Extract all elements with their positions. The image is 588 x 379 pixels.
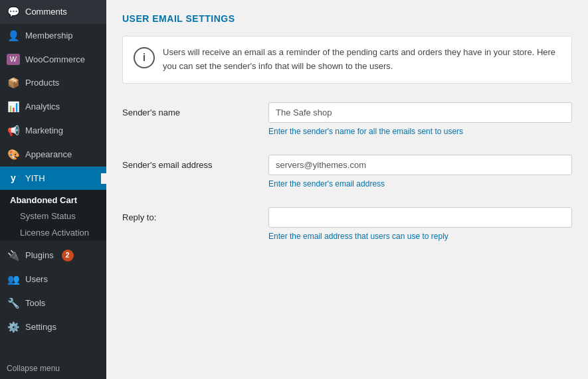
sidebar-item-label: Marketing [25,125,63,136]
sidebar-item-label: Users [25,274,48,285]
sender-name-label: Sender's name [122,102,255,117]
sidebar-item-products[interactable]: 📦 Products [0,71,106,95]
reply-to-hint: Enter the email address that users can u… [268,232,572,241]
sidebar-item-woocommerce[interactable]: W WooCommerce [0,48,106,71]
plugins-badge: 2 [62,250,74,262]
sidebar-item-marketing[interactable]: 📢 Marketing [0,119,106,143]
page-title: USER EMAIL SETTINGS [122,13,572,24]
sidebar-item-label: WooCommerce [25,54,85,65]
form-row-sender-name: Sender's name Enter the sender's name fo… [122,102,572,136]
sidebar-sub-section: Abandoned Cart System Status License Act… [0,190,106,241]
form-section: Sender's name Enter the sender's name fo… [122,102,572,241]
plugins-icon: 🔌 [7,250,20,262]
settings-icon: ⚙️ [7,321,20,333]
woocommerce-icon: W [7,54,20,65]
sidebar-item-label: Analytics [25,102,60,112]
comments-icon: 💬 [7,6,20,18]
users-icon: 👥 [7,273,20,285]
info-box: i Users will receive an email as a remin… [122,36,572,84]
sidebar-item-analytics[interactable]: 📊 Analytics [0,95,106,119]
products-icon: 📦 [7,77,20,89]
reply-to-input[interactable] [268,207,572,228]
yith-arrow [101,173,106,184]
sidebar-item-membership[interactable]: 👤 Membership [0,24,106,48]
sender-name-field-wrapper: Enter the sender's name for all the emai… [268,102,572,136]
main-content: USER EMAIL SETTINGS i Users will receive… [106,0,588,379]
sidebar-item-yith[interactable]: y YITH [0,167,106,190]
form-row-reply-to: Reply to: Enter the email address that u… [122,207,572,241]
sender-email-label: Sender's email address [122,155,255,170]
sidebar-item-license-activation[interactable]: License Activation [0,224,106,241]
sidebar-item-appearance[interactable]: 🎨 Appearance [0,143,106,167]
sidebar-item-label: YITH [25,173,45,184]
sender-email-hint: Enter the sender's email address [268,179,572,189]
sidebar-item-label: Products [25,78,59,88]
sidebar-item-label: Appearance [25,149,72,160]
sidebar-item-plugins[interactable]: 🔌 Plugins 2 [0,244,106,267]
marketing-icon: 📢 [7,125,20,137]
form-row-sender-email: Sender's email address Enter the sender'… [122,155,572,189]
appearance-icon: 🎨 [7,149,20,161]
sidebar-item-settings[interactable]: ⚙️ Settings [0,315,106,339]
sidebar-item-system-status[interactable]: System Status [0,208,106,224]
analytics-icon: 📊 [7,101,20,113]
sidebar-item-label: Comments [25,7,67,17]
yith-icon: y [7,173,20,184]
sidebar-item-label: Tools [25,298,45,309]
sidebar-item-abandoned-cart[interactable]: Abandoned Cart [0,190,106,208]
sender-email-field-wrapper: Enter the sender's email address [268,155,572,189]
membership-icon: 👤 [7,30,20,42]
sidebar-item-label: Membership [25,31,73,41]
tools-icon: 🔧 [7,297,20,309]
sidebar-item-comments[interactable]: 💬 Comments [0,0,106,24]
reply-to-field-wrapper: Enter the email address that users can u… [268,207,572,241]
collapse-menu-button[interactable]: Collapse menu [0,358,106,379]
sender-name-input[interactable] [268,102,572,123]
info-icon: i [134,47,155,68]
reply-to-label: Reply to: [122,207,255,222]
sidebar-item-tools[interactable]: 🔧 Tools [0,291,106,315]
sender-email-input[interactable] [268,155,572,175]
sidebar-item-users[interactable]: 👥 Users [0,267,106,291]
sidebar: 💬 Comments 👤 Membership W WooCommerce 📦 … [0,0,106,379]
sidebar-item-label: Settings [25,322,56,333]
sender-name-hint: Enter the sender's name for all the emai… [268,127,572,136]
info-text: Users will receive an email as a reminde… [163,46,561,74]
sidebar-item-label: Plugins [25,250,54,261]
